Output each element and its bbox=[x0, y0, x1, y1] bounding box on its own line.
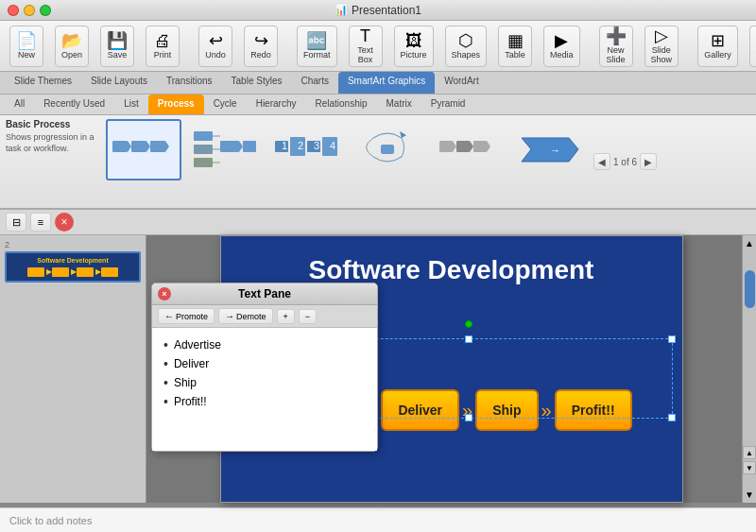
remove-icon: − bbox=[305, 312, 310, 321]
scroll-up-button[interactable]: ▲ bbox=[742, 235, 756, 251]
tab-charts[interactable]: Charts bbox=[291, 72, 337, 94]
svg-marker-5 bbox=[165, 141, 169, 152]
smartart-option-1[interactable] bbox=[106, 119, 181, 180]
new-button-group: 📄 New bbox=[6, 26, 47, 67]
redo-button[interactable]: ↪ Redo bbox=[244, 26, 278, 67]
smartart-option-3[interactable]: 1 2 3 4 bbox=[268, 119, 344, 180]
demote-button[interactable]: → Demote bbox=[218, 308, 273, 324]
title-bar: 📊 Presentation1 bbox=[0, 0, 756, 21]
tab-smartart-graphics[interactable]: SmartArt Graphics bbox=[338, 72, 435, 94]
open-button-group: 📂 Open bbox=[51, 26, 93, 67]
maximize-button[interactable] bbox=[40, 5, 51, 16]
rotation-handle[interactable] bbox=[465, 320, 472, 328]
redo-icon: ↪ bbox=[254, 32, 268, 49]
close-view-button[interactable]: × bbox=[55, 213, 74, 232]
subtab-all[interactable]: All bbox=[5, 94, 34, 114]
svg-rect-4 bbox=[150, 141, 165, 152]
scroll-thumb[interactable] bbox=[745, 270, 755, 308]
item-text-3[interactable]: Ship bbox=[174, 376, 197, 389]
scroll-down-small[interactable]: ▼ bbox=[743, 461, 756, 474]
open-button[interactable]: 📂 Open bbox=[55, 26, 89, 67]
table-button[interactable]: ▦ Table bbox=[498, 26, 532, 67]
add-item-button[interactable]: + bbox=[277, 309, 295, 324]
flow-box-deliver[interactable]: Deliver bbox=[381, 389, 459, 431]
item-text-2[interactable]: Deliver bbox=[174, 357, 209, 370]
format-button[interactable]: 🔤 Format bbox=[297, 26, 337, 67]
gallery-button-group: ⊞ Gallery bbox=[694, 26, 742, 67]
svg-rect-12 bbox=[220, 141, 239, 152]
minimize-button[interactable] bbox=[24, 5, 35, 16]
subtab-pyramid[interactable]: Pyramid bbox=[421, 94, 475, 114]
smartart-option-6[interactable]: → bbox=[512, 119, 588, 180]
thumb-title: Software Development bbox=[10, 257, 135, 264]
slideshow-button[interactable]: ▷ Slide Show bbox=[644, 26, 679, 67]
handle-tr[interactable] bbox=[668, 335, 676, 343]
undo-button[interactable]: ↩ Undo bbox=[198, 26, 232, 67]
close-button[interactable] bbox=[8, 5, 19, 16]
main-toolbar: 📄 New 📂 Open 💾 Save 🖨 Print ↩ Undo ↪ Red… bbox=[0, 21, 756, 72]
slide-item[interactable]: 2 Software Development ▶ ▶ ▶ bbox=[5, 240, 141, 283]
next-page-button[interactable]: ▶ bbox=[640, 153, 657, 170]
svg-rect-2 bbox=[131, 141, 146, 152]
list-view-button[interactable]: ≡ bbox=[30, 213, 51, 232]
subtab-recently-used[interactable]: Recently Used bbox=[34, 94, 114, 114]
print-button[interactable]: 🖨 Print bbox=[146, 26, 180, 67]
table-label: Table bbox=[505, 50, 525, 60]
shapes-button[interactable]: ⬡ Shapes bbox=[445, 26, 488, 67]
scroll-down-button[interactable]: ▼ bbox=[742, 487, 756, 503]
open-icon: 📂 bbox=[61, 32, 82, 49]
save-button-group: 💾 Save bbox=[96, 26, 138, 67]
flow-box-profit[interactable]: Profit!! bbox=[555, 389, 632, 431]
slideshow-button-group: ▷ Slide Show bbox=[641, 26, 683, 67]
gallery-label: Gallery bbox=[704, 50, 731, 60]
promote-button[interactable]: ← Promote bbox=[158, 308, 215, 324]
newslide-button[interactable]: ➕ New Slide bbox=[599, 26, 633, 67]
svg-rect-0 bbox=[112, 141, 128, 152]
smartart-subtabs: All Recently Used List Process Cycle Hie… bbox=[0, 94, 756, 115]
scroll-up-small[interactable]: ▲ bbox=[743, 446, 756, 459]
slideshow-icon: ▷ bbox=[655, 27, 668, 44]
flow-arrow-2: » bbox=[462, 400, 472, 421]
handle-tm[interactable] bbox=[465, 335, 472, 343]
toolbox-button[interactable]: 🔧 Toolbox bbox=[749, 26, 756, 67]
undo-label: Undo bbox=[205, 50, 226, 60]
save-button[interactable]: 💾 Save bbox=[100, 26, 134, 67]
tab-slide-layouts[interactable]: Slide Layouts bbox=[81, 72, 157, 94]
text-pane-content: • Advertise • Deliver • Ship • Profit!! bbox=[152, 328, 377, 451]
redo-label: Redo bbox=[250, 50, 271, 60]
subtab-process[interactable]: Process bbox=[148, 94, 204, 114]
svg-text:3: 3 bbox=[314, 140, 319, 151]
item-text-1[interactable]: Advertise bbox=[174, 338, 221, 352]
tab-slide-themes[interactable]: Slide Themes bbox=[5, 72, 81, 94]
remove-item-button[interactable]: − bbox=[299, 309, 317, 324]
subtab-matrix[interactable]: Matrix bbox=[377, 94, 421, 114]
smartart-option-5[interactable] bbox=[431, 119, 507, 180]
svg-marker-1 bbox=[128, 141, 131, 152]
item-text-4[interactable]: Profit!! bbox=[174, 395, 207, 408]
grid-view-button[interactable]: ⊟ bbox=[6, 213, 26, 232]
gallery-button[interactable]: ⊞ Gallery bbox=[697, 26, 738, 67]
picture-button[interactable]: 🖼 Picture bbox=[394, 26, 434, 67]
notes-bar[interactable]: Click to add notes bbox=[0, 507, 756, 532]
textbox-button[interactable]: T Text Box bbox=[349, 26, 383, 67]
textbox-icon: T bbox=[360, 27, 370, 44]
picture-button-group: 🖼 Picture bbox=[390, 26, 438, 67]
new-button[interactable]: 📄 New bbox=[9, 26, 43, 67]
subtab-hierarchy[interactable]: Hierarchy bbox=[247, 94, 306, 114]
prev-page-button[interactable]: ◀ bbox=[593, 153, 610, 170]
tab-table-styles[interactable]: Table Styles bbox=[222, 72, 292, 94]
svg-marker-13 bbox=[239, 141, 243, 152]
smartart-option-2[interactable] bbox=[187, 119, 263, 180]
tab-wordart[interactable]: WordArt bbox=[435, 72, 489, 94]
flow-box-ship[interactable]: Ship bbox=[475, 389, 538, 431]
tab-transitions[interactable]: Transitions bbox=[157, 72, 222, 94]
subtab-list[interactable]: List bbox=[114, 94, 148, 114]
format-label: Format bbox=[303, 50, 331, 60]
save-icon: 💾 bbox=[107, 32, 128, 49]
slide-thumbnail[interactable]: Software Development ▶ ▶ ▶ bbox=[5, 251, 141, 283]
smartart-option-4[interactable] bbox=[350, 119, 425, 180]
text-pane-close-button[interactable]: × bbox=[158, 287, 171, 300]
subtab-cycle[interactable]: Cycle bbox=[204, 94, 247, 114]
media-button[interactable]: ▶ Media bbox=[543, 26, 580, 67]
subtab-relationship[interactable]: Relationship bbox=[305, 94, 376, 114]
